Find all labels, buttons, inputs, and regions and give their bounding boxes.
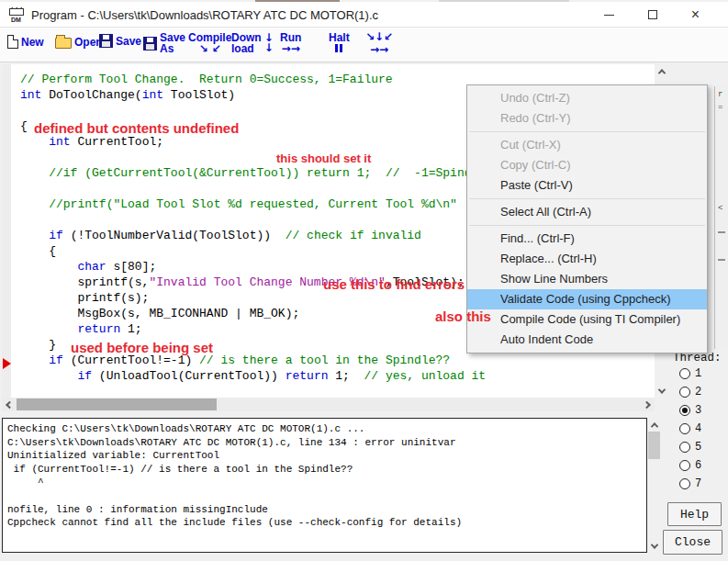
code-token: [20, 260, 77, 274]
radio-icon[interactable]: [679, 387, 690, 398]
radio-icon[interactable]: [679, 478, 690, 489]
console-vertical-scrollbar[interactable]: [647, 418, 661, 553]
thread-option-label: 7: [695, 477, 701, 490]
title-bar[interactable]: DM Program - C:\Users\tk\Downloads\ROTAR…: [0, 2, 728, 28]
thread-option-5[interactable]: 5: [679, 438, 701, 456]
menu-item-replace-ctrl-h[interactable]: Replace... (Ctrl-H): [467, 249, 707, 269]
code-token: int: [142, 88, 163, 102]
code-token: // yes, unload it: [364, 369, 487, 383]
radio-icon[interactable]: [679, 460, 690, 471]
thread-option-2[interactable]: 2: [679, 383, 701, 401]
run-button[interactable]: Run →→: [280, 32, 301, 54]
code-line: //printf("Load Tool Slot %d requested, C…: [20, 196, 529, 212]
compile-download-run-button[interactable]: ↘↓↙ →→: [365, 30, 393, 56]
thread-option-3[interactable]: 3: [679, 401, 701, 420]
code-line: [20, 212, 529, 228]
thread-option-label: 2: [695, 386, 701, 398]
thread-option-label: 1: [695, 367, 701, 380]
compile-button[interactable]: Compile ↘ ↙: [188, 32, 231, 54]
radio-selected-icon[interactable]: [679, 405, 690, 416]
chevron-right-icon: [643, 400, 650, 408]
thread-radio-group: 1234567: [679, 365, 701, 493]
close-button[interactable]: Close: [663, 530, 722, 555]
code-token: s[80];: [106, 260, 157, 274]
code-line: int DoToolChange(int ToolSlot): [20, 87, 529, 103]
run-arrows-icon: →→: [282, 43, 300, 54]
code-token: [20, 322, 77, 336]
scrollbar-thumb[interactable]: [17, 398, 217, 410]
menu-separator: [469, 225, 705, 226]
radio-icon[interactable]: [679, 442, 690, 453]
annotation-also-this: also this: [435, 309, 491, 324]
code-line: char s[80];: [20, 259, 529, 275]
help-button[interactable]: Help: [667, 502, 722, 526]
download-label-2: load: [231, 43, 262, 54]
thread-option-4[interactable]: 4: [679, 420, 701, 438]
code-line: printf(s);: [20, 290, 529, 306]
save-as-button[interactable]: Save As: [143, 32, 185, 54]
minimize-button[interactable]: [588, 2, 631, 28]
scroll-up-button[interactable]: [648, 419, 660, 431]
close-window-button[interactable]: ×: [674, 2, 717, 28]
maximize-icon: [648, 10, 657, 19]
code-token: printf(s);: [20, 291, 149, 305]
menu-item-find-ctrl-f[interactable]: Find... (Ctrl-F): [467, 229, 707, 249]
menu-item-select-all-ctrl-a[interactable]: Select All (Ctrl-A): [467, 202, 707, 222]
console-text: Checking C:\Users\tk\Downloads\ROTARY AT…: [7, 422, 462, 530]
compile-arrows-icon: ↘ ↙: [199, 43, 221, 54]
menu-item-copy-ctrl-c[interactable]: Copy (Ctrl-C): [467, 155, 707, 175]
menu-item-paste-ctrl-v[interactable]: Paste (Ctrl-V): [467, 175, 707, 196]
close-icon: ×: [691, 7, 700, 22]
menu-item-compile-code-using-ti-compiler[interactable]: Compile Code (using TI Compiler): [467, 309, 707, 330]
scrollbar-thumb[interactable]: [648, 432, 660, 459]
code-token: char: [77, 260, 106, 274]
radio-icon[interactable]: [679, 423, 690, 434]
maximize-button[interactable]: [631, 2, 674, 28]
error-line-marker-icon: [3, 358, 11, 369]
thread-option-7[interactable]: 7: [679, 475, 701, 493]
open-folder-icon: [55, 38, 72, 49]
menu-item-redo-ctrl-y[interactable]: Redo (Ctrl-Y): [467, 108, 707, 129]
new-button[interactable]: New: [7, 35, 44, 49]
menu-item-show-line-numbers[interactable]: Show Line Numbers: [467, 269, 707, 289]
thread-option-label: 5: [695, 441, 701, 454]
chevron-left-icon: [6, 400, 13, 408]
menu-item-validate-code-using-cppcheck[interactable]: Validate Code (using Cppcheck): [467, 289, 707, 309]
cdr-arrows-bottom-icon: →→: [370, 43, 388, 56]
window-title: Program - C:\Users\tk\Downloads\ROTARY A…: [31, 8, 378, 22]
scroll-down-button[interactable]: [655, 384, 668, 398]
chevron-down-icon: [657, 386, 665, 393]
pause-bars-icon: [335, 44, 342, 52]
editor-horizontal-scrollbar[interactable]: [2, 398, 655, 411]
menu-item-cut-ctrl-x[interactable]: Cut (Ctrl-X): [467, 135, 707, 155]
output-console: Checking C:\Users\tk\Downloads\ROTARY AT…: [2, 418, 647, 553]
code-text: // Perform Tool Change. Return 0=Success…: [20, 72, 529, 384]
menu-separator: [469, 131, 705, 132]
thread-option-1[interactable]: 1: [679, 365, 701, 383]
new-file-icon: [7, 35, 18, 49]
code-token: DoToolChange(: [41, 88, 141, 102]
code-token: CurrentTool;: [71, 135, 163, 149]
download-arrow-icon-2: ↓: [264, 43, 274, 53]
code-token: {: [20, 244, 56, 258]
scroll-down-button[interactable]: [648, 540, 660, 552]
code-token: //printf("Load Tool Slot %d requested, C…: [49, 197, 457, 211]
radio-icon[interactable]: [679, 368, 690, 379]
menu-item-auto-indent-code[interactable]: Auto Indent Code: [467, 330, 707, 350]
scroll-up-button[interactable]: [655, 64, 668, 78]
code-token: {: [20, 119, 28, 133]
download-button[interactable]: Down load ↓ ↓: [231, 32, 274, 54]
scroll-right-button[interactable]: [642, 398, 655, 411]
code-line: // Perform Tool Change. Return 0=Success…: [20, 72, 529, 87]
menu-separator: [469, 198, 705, 199]
toolbar: New Open Save Save As Compile ↘ ↙ Down: [0, 28, 728, 62]
scroll-left-button[interactable]: [2, 398, 15, 411]
open-button[interactable]: Open: [55, 35, 103, 49]
code-token: MsgBox(s, MB_ICONHAND | MB_OK);: [20, 307, 299, 320]
svg-text:DM: DM: [11, 17, 21, 23]
background-window-fragment: r = <: [714, 86, 728, 349]
save-button[interactable]: Save: [99, 34, 141, 48]
halt-button[interactable]: Halt: [329, 32, 350, 52]
menu-item-undo-ctrl-z[interactable]: Undo (Ctrl-Z): [467, 88, 707, 108]
thread-option-6[interactable]: 6: [679, 456, 701, 475]
